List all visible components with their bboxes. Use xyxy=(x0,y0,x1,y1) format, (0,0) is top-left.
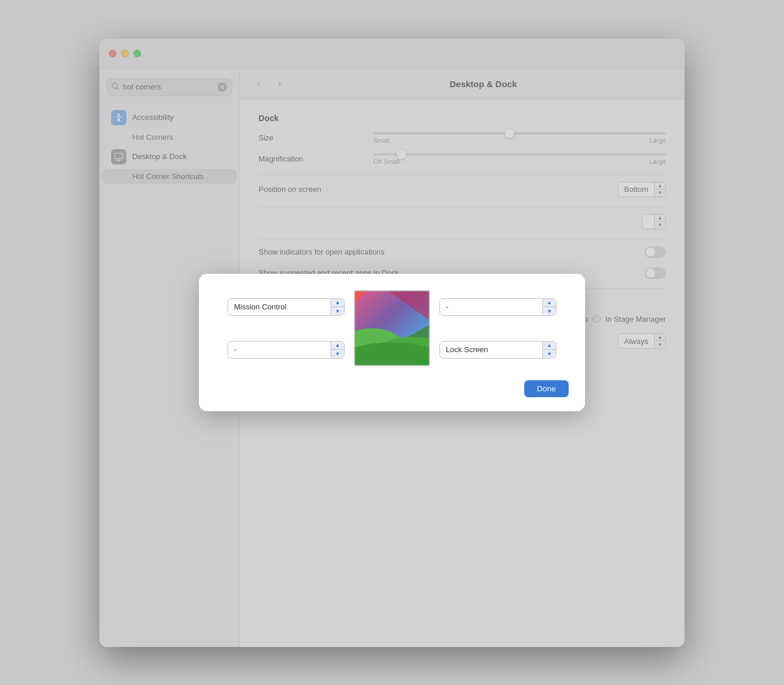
top-right-arrows: ▲ ▼ xyxy=(542,299,556,315)
top-right-down[interactable]: ▼ xyxy=(543,307,556,315)
bottom-right-select[interactable]: Lock Screen ▲ ▼ xyxy=(439,341,556,359)
top-left-arrows: ▲ ▼ xyxy=(331,299,344,315)
svg-point-10 xyxy=(355,342,429,365)
top-right-select[interactable]: - ▲ ▼ xyxy=(439,298,556,316)
modal-footer: Done xyxy=(240,380,569,397)
top-left-up[interactable]: ▲ xyxy=(331,299,344,307)
bottom-right-arrows: ▲ ▼ xyxy=(542,342,556,358)
modal-inner: Mission Control ▲ ▼ xyxy=(240,290,569,397)
top-left-value: Mission Control xyxy=(240,299,331,315)
bottom-left-select[interactable]: - ▲ ▼ xyxy=(240,341,345,359)
wallpaper-thumbnail xyxy=(354,290,430,366)
main-panel: ‹ › Desktop & Dock Dock Size Small xyxy=(240,69,685,647)
bottom-left-arrows: ▲ ▼ xyxy=(331,342,344,358)
top-right-value: - xyxy=(440,299,542,315)
bottom-right-value: Lock Screen xyxy=(440,342,542,357)
hot-corners-modal: Mission Control ▲ ▼ xyxy=(240,274,585,411)
bottom-right-up[interactable]: ▲ xyxy=(543,342,556,350)
bottom-right-down[interactable]: ▼ xyxy=(543,350,556,358)
done-button[interactable]: Done xyxy=(524,380,569,397)
top-left-down[interactable]: ▼ xyxy=(331,307,344,315)
top-right-up[interactable]: ▲ xyxy=(543,299,556,307)
top-left-select[interactable]: Mission Control ▲ ▼ xyxy=(240,298,345,316)
bottom-left-down[interactable]: ▼ xyxy=(331,350,344,358)
main-window: hot corners Accessibility Hot Corners xyxy=(99,39,685,647)
content-area: hot corners Accessibility Hot Corners xyxy=(99,69,685,647)
bottom-left-up[interactable]: ▲ xyxy=(331,342,344,350)
corner-grid: Mission Control ▲ ▼ xyxy=(240,290,569,366)
bottom-left-value: - xyxy=(240,342,331,357)
modal-overlay: Mission Control ▲ ▼ xyxy=(240,69,685,647)
